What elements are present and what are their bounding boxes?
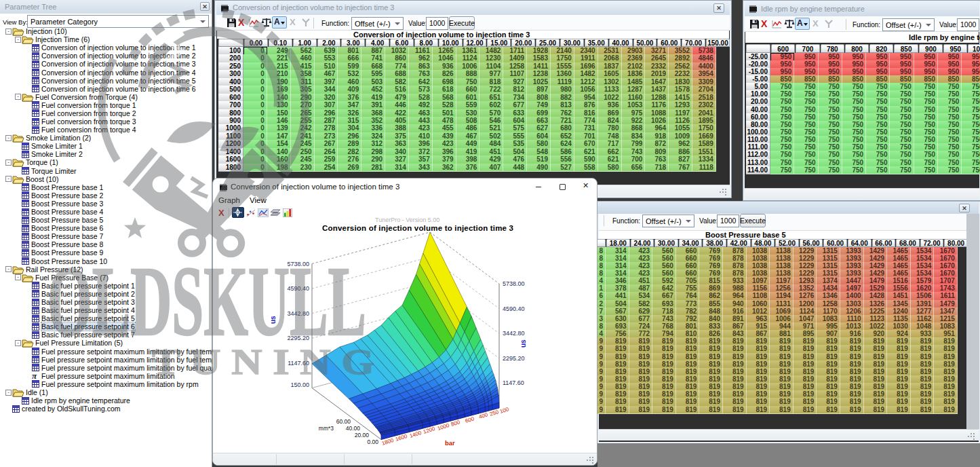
svg-text:3442.80: 3442.80 — [503, 330, 525, 337]
svg-text:mm*3: mm*3 — [319, 425, 334, 432]
svg-text:us: us — [269, 316, 277, 324]
svg-text:4590.40: 4590.40 — [503, 305, 525, 312]
svg-text:100: 100 — [499, 406, 510, 415]
svg-text:3442.80: 3442.80 — [287, 310, 309, 317]
svg-text:5738.00: 5738.00 — [287, 261, 309, 267]
svg-text:us: us — [520, 339, 527, 348]
svg-text:bar: bar — [445, 439, 455, 447]
svg-text:20.00: 20.00 — [355, 432, 370, 438]
svg-text:1147.60: 1147.60 — [288, 360, 309, 367]
svg-text:150.00: 150.00 — [290, 381, 309, 388]
svg-text:60.00: 60.00 — [336, 418, 351, 425]
svg-text:40.00: 40.00 — [346, 425, 361, 432]
svg-text:1147.60: 1147.60 — [503, 379, 524, 386]
svg-text:2295.20: 2295.20 — [287, 335, 309, 341]
svg-text:5738.00: 5738.00 — [503, 280, 525, 287]
svg-text:0.00: 0.00 — [367, 438, 378, 445]
svg-text:2295.20: 2295.20 — [503, 355, 525, 362]
svg-text:4590.40: 4590.40 — [287, 285, 309, 292]
